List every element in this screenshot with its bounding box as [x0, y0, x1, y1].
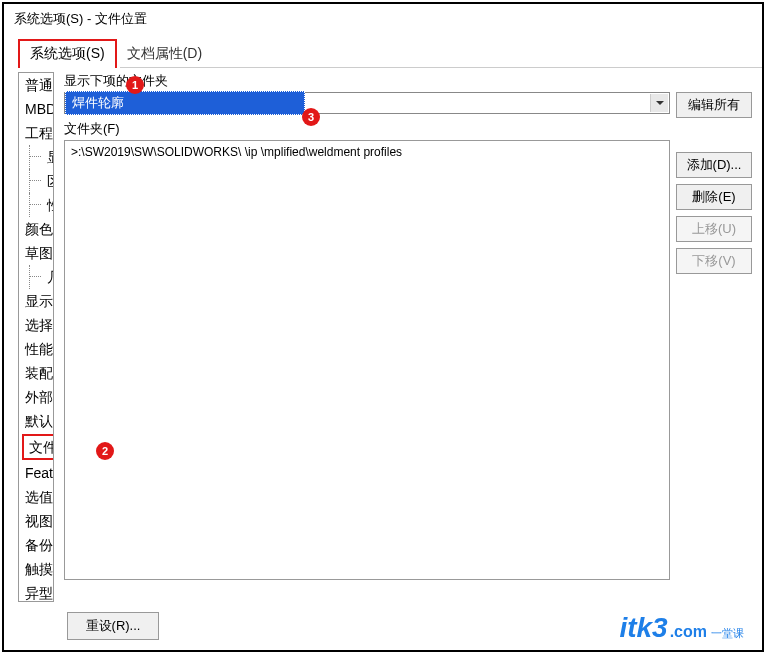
content-area: 普通 MBD 工程图 显示类型 区域剖面线/填充 性能 颜色 草图 几何关系/捕… — [4, 68, 762, 602]
delete-button[interactable]: 删除(E) — [676, 184, 752, 210]
tree-item[interactable]: 区域剖面线/填充 — [19, 169, 53, 193]
tree-item[interactable]: FeatureManager — [19, 461, 53, 485]
tree-item[interactable]: 异型孔向导/Toolbox — [19, 581, 53, 602]
tree-item[interactable]: 几何关系/捕捉 — [19, 265, 53, 289]
reset-button[interactable]: 重设(R)... — [67, 612, 160, 640]
dropdown-selected-value: 焊件轮廓 — [65, 91, 305, 115]
window-title: 系统选项(S) - 文件位置 — [4, 4, 762, 34]
move-down-button: 下移(V) — [676, 248, 752, 274]
callout-badge-1: 1 — [126, 76, 144, 94]
tree-item[interactable]: 外部参考 — [19, 385, 53, 409]
tree-item[interactable]: 草图 — [19, 241, 53, 265]
folders-label: 文件夹(F) — [64, 120, 670, 138]
move-up-button: 上移(U) — [676, 216, 752, 242]
chevron-down-icon[interactable] — [650, 94, 668, 112]
dialog-window: 系统选项(S) - 文件位置 系统选项(S) 文档属性(D) 普通 MBD 工程… — [2, 2, 764, 652]
tree-item[interactable]: 显示 — [19, 289, 53, 313]
tab-doc-properties[interactable]: 文档属性(D) — [117, 41, 212, 68]
tab-bar: 系统选项(S) 文档属性(D) — [4, 40, 762, 68]
callout-badge-2: 2 — [96, 442, 114, 460]
folder-type-dropdown[interactable]: 焊件轮廓 — [64, 92, 670, 114]
tree-item[interactable]: 选择 — [19, 313, 53, 337]
tab-system-options[interactable]: 系统选项(S) — [18, 39, 117, 68]
tree-item[interactable]: 默认模板 — [19, 409, 53, 433]
add-button[interactable]: 添加(D)... — [676, 152, 752, 178]
redaction-scribble-icon — [432, 117, 492, 131]
button-column: 编辑所有 添加(D)... 删除(E) 上移(U) 下移(V) — [676, 72, 752, 602]
tree-item-file-locations[interactable]: 文件位置 — [22, 434, 54, 460]
tree-item[interactable]: 视图 — [19, 509, 53, 533]
folder-list-item[interactable]: >:\SW2019\SW\SOLIDWORKS\ \ip \mplified\w… — [67, 143, 667, 161]
tree-item[interactable]: 触摸 — [19, 557, 53, 581]
edit-all-button[interactable]: 编辑所有 — [676, 92, 752, 118]
options-tree[interactable]: 普通 MBD 工程图 显示类型 区域剖面线/填充 性能 颜色 草图 几何关系/捕… — [18, 72, 54, 602]
callout-badge-3: 3 — [302, 108, 320, 126]
watermark: itk3.com 一堂课 — [619, 612, 744, 644]
tree-item[interactable]: MBD — [19, 97, 53, 121]
folder-section: 显示下项的文件夹 焊件轮廓 文件夹(F) >:\SW2019\SW\SOLIDW… — [64, 72, 670, 602]
tree-item[interactable]: 显示类型 — [19, 145, 53, 169]
watermark-subtitle: 一堂课 — [711, 628, 744, 639]
tree-item[interactable]: 颜色 — [19, 217, 53, 241]
watermark-brand: itk3 — [619, 612, 667, 644]
show-folder-label: 显示下项的文件夹 — [64, 72, 670, 90]
tree-item[interactable]: 选值框增量值 — [19, 485, 53, 509]
tree-item[interactable]: 普通 — [19, 73, 53, 97]
folder-list[interactable]: >:\SW2019\SW\SOLIDWORKS\ \ip \mplified\w… — [64, 140, 670, 580]
tree-item[interactable]: 性能 — [19, 193, 53, 217]
tree-item[interactable]: 备份/恢复 — [19, 533, 53, 557]
right-panel: 显示下项的文件夹 焊件轮廓 文件夹(F) >:\SW2019\SW\SOLIDW… — [64, 72, 752, 602]
watermark-domain: .com — [670, 623, 707, 641]
tree-item[interactable]: 装配体 — [19, 361, 53, 385]
tree-item[interactable]: 性能 — [19, 337, 53, 361]
tree-item[interactable]: 工程图 — [19, 121, 53, 145]
bottom-bar: 重设(R)... — [18, 612, 208, 640]
